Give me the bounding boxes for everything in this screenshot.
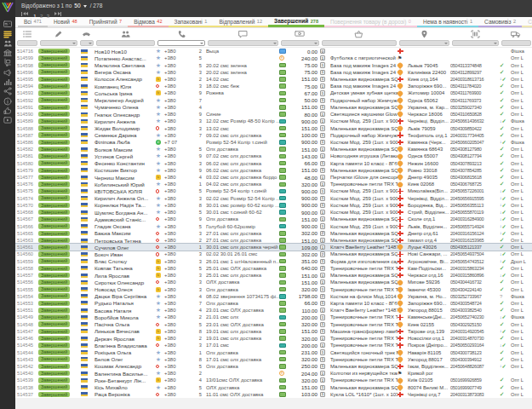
page-size-select[interactable]: 50 [74, 3, 80, 9]
column-header-truck-icon[interactable] [500, 30, 532, 38]
table-row[interactable]: 514551 Завершений Басова Наталя ★ +380 4… [15, 307, 532, 314]
sidebar-item-hand-truck-icon[interactable] [3, 58, 13, 66]
tab-3[interactable]: Відмова 42 [128, 17, 168, 27]
column-header-edit-icon[interactable] [38, 30, 78, 38]
sidebar-item-support-icon[interactable] [3, 107, 13, 115]
sidebar-item-megaphone-icon[interactable] [3, 68, 13, 77]
sidebar-item-integrations-icon[interactable] [3, 87, 13, 95]
table-row[interactable]: 514582 Завершений Волков Максим ★ +380 5… [15, 146, 532, 153]
table-row[interactable]: 514594 Завершений Компанец Юля +380 3 18… [15, 83, 532, 89]
table-row[interactable]: 514593 Завершений Сольська Ірина lc +380… [15, 89, 532, 96]
table-row[interactable]: 514599 Завершений Потапенко Анастас... ★… [15, 55, 532, 61]
chevron-down-icon[interactable] [273, 43, 277, 44]
sidebar-item-orders-list-icon[interactable] [3, 30, 13, 38]
table-row[interactable]: 514546 Завершений Деркач Ярослав lc +380… [15, 335, 532, 342]
table-row[interactable]: 514561 Завершений Сучилов Олег +380 1 30… [15, 244, 532, 251]
tab-4[interactable]: Запаковані 1 [169, 17, 214, 27]
column-filter-input[interactable] [96, 40, 155, 46]
tab-10[interactable]: Сервіси 0 [522, 17, 532, 27]
last-page-button[interactable] [54, 12, 61, 16]
first-page-button[interactable] [21, 12, 28, 16]
tab-9[interactable]: Самовивіз 2 [478, 17, 522, 27]
table-row[interactable]: 514591 Завершений Чумаченко Олена ★ +380… [15, 104, 532, 111]
table-row[interactable]: 514539 Завершений Роке-Бетанкурт Лін... … [15, 377, 532, 383]
table-row[interactable]: 514580 Завершений Фесенко Константин ★ +… [15, 160, 532, 167]
table-row[interactable]: 514549 Завершений Воробйов Микола ★ +380… [15, 314, 532, 320]
table-row[interactable]: 514587 Завершений Семенюк Дарина ★ +380 … [15, 132, 532, 139]
chevron-down-icon[interactable] [89, 43, 92, 44]
table-row[interactable]: 514588 Завершений Жидак Володимир +380 3… [15, 124, 532, 131]
column-filter-input[interactable] [452, 40, 499, 46]
column-header-list-icon[interactable] [15, 30, 38, 38]
table-row[interactable]: 514596 Завершений Вегера Оксана ★ +380 3… [15, 69, 532, 76]
table-row[interactable]: 514557 Завершений Лила Ярослав lc +380 3… [15, 272, 532, 279]
table-row[interactable]: 514567 Завершений Адамовский Станіс... +… [15, 216, 532, 222]
column-filter-input[interactable] [281, 40, 319, 46]
table-row[interactable]: 514570 Завершений Корнелюк Надія Та... ★… [15, 202, 532, 209]
column-filter-input[interactable] [322, 40, 397, 46]
column-header-phone-icon[interactable] [156, 30, 206, 38]
column-header-handset-icon[interactable] [78, 31, 94, 37]
table-row[interactable]: 514537 Завершений Раца Вероніка +380 5 1… [15, 391, 532, 398]
tab-2[interactable]: Прийнятий 7 [83, 17, 129, 27]
table-row[interactable]: 514538 Завершений Кісь Михайло ★ +380 5 … [15, 384, 532, 391]
table-row[interactable]: 514566 Завершений Гладик Оксана ★ +380 5… [15, 222, 532, 229]
sidebar-item-id-card-icon[interactable] [3, 20, 13, 28]
table-row[interactable]: 514576 Завершений Кобилинський Юрий ★ +3… [15, 181, 532, 187]
column-filter-input[interactable] [501, 40, 531, 46]
column-header-speech-bubble-icon[interactable] [206, 30, 279, 38]
chevron-down-icon[interactable] [83, 5, 87, 8]
table-row[interactable]: 514565 Завершений Баюка Максим +380 3 27… [15, 230, 532, 237]
column-filter-input[interactable] [17, 40, 37, 46]
table-row[interactable]: 514568 Завершений Шумляс Богдана Ан... ★… [15, 209, 532, 216]
table-row[interactable]: 514540 Завершений Валентина Василье... ★… [15, 370, 532, 377]
column-filter-input[interactable] [157, 40, 205, 46]
table-row[interactable]: 514558 Завершений Ковпак Татьяна lc +380… [15, 265, 532, 272]
table-row[interactable]: 514542 Завершений Кошмак Александр +380 … [15, 363, 532, 370]
tab-1[interactable]: Новий 48 [48, 17, 83, 27]
column-filter-input[interactable] [40, 40, 77, 46]
column-header-people-icon[interactable] [94, 30, 156, 38]
table-row[interactable]: 514555 Завершений Новосад Олеся lc +380 … [15, 285, 532, 292]
column-header-banknote-icon[interactable] [279, 29, 320, 38]
sidebar-item-bank-icon[interactable] [3, 49, 13, 57]
tab-7[interactable]: Повернення товару (в дорозі) 0 [324, 17, 417, 27]
table-row[interactable]: 514545 Завершений Благінна Владислава +3… [15, 342, 532, 349]
sidebar-item-video-tutorials-icon[interactable] [3, 116, 13, 124]
table-row[interactable]: 514544 Завершений Рокіцька Ольга ★ +380 … [15, 349, 532, 355]
column-header-location-pin-icon[interactable] [398, 30, 450, 38]
table-row[interactable]: 514554 Завершений Дацюк Віра Сергіївна ★… [15, 293, 532, 300]
column-header-basket-icon[interactable] [320, 30, 398, 38]
table-row[interactable]: 514581 Завершений Устинов Сергей ★ +380 … [15, 153, 532, 159]
tab-8[interactable]: Нема в наявності 1 [417, 17, 478, 27]
table-row[interactable]: 514556 Завершений Сиротюк Олександр +380… [15, 279, 532, 285]
column-filter-input[interactable] [208, 40, 278, 46]
sidebar-item-clients-icon[interactable] [3, 39, 13, 48]
table-row[interactable]: 514577 Завершений Черниш Максим lc +380 … [15, 174, 532, 181]
chevron-down-icon[interactable] [200, 43, 203, 44]
column-header-scan-icon[interactable] [450, 30, 500, 38]
table-row[interactable]: 514716 Завершений Нов10 Нов10 ★ +380 2 В… [15, 48, 532, 55]
sidebar-item-statistics-icon[interactable] [3, 78, 13, 86]
table-row[interactable]: 514592 Завершений Мерклингер Андрей ★ +3… [15, 97, 532, 104]
table-row[interactable]: 514548 Завершений Пасічна Ольга +380 5 2… [15, 321, 532, 328]
table-row[interactable]: 514579 Завершений Костишин Виктор ★ +380… [15, 167, 532, 174]
table-row[interactable]: 514543 Завершений Белов Олег ★ +380 8 17… [15, 356, 532, 363]
tab-0[interactable]: Всі 471 [18, 17, 48, 27]
table-row[interactable]: 514563 Завершений Петровська Тетяна +380… [15, 237, 532, 244]
table-row[interactable]: 514598 Завершений Малютина Светлана ★ +3… [15, 61, 532, 68]
table-row[interactable]: 514595 Завершений Колосок Александр lc +… [15, 76, 532, 83]
tab-5[interactable]: Відправлений 12 [213, 17, 268, 27]
table-row[interactable]: 514547 Завершений Линьков Вячеслав lc +3… [15, 328, 532, 335]
column-filter-input[interactable] [399, 40, 449, 46]
table-row[interactable]: 514560 Завершений Бокоч Иван +380 3 02.0… [15, 251, 532, 257]
table-row[interactable]: 514590 Завершений Гнатюк Олександр ★ +38… [15, 111, 532, 118]
sidebar-item-info-icon[interactable] [3, 97, 13, 106]
chevron-down-icon[interactable] [314, 43, 317, 44]
table-row[interactable]: 514574 Завершений Кирилич Анжела Ол... ★… [15, 195, 532, 202]
table-row[interactable]: 514589 Завершений Кирилич Анжела ★ +380 … [15, 118, 532, 124]
column-filter-input[interactable] [80, 40, 94, 46]
table-row[interactable]: 514553 Завершений Рудько Наталья ★ +380 … [15, 300, 532, 307]
table-row[interactable]: 514559 Завершений Влас Слотюу lc +380 3 … [15, 258, 532, 265]
table-row[interactable]: 514575 Завершений КВІТОВСЬКА ЮЛІЯ +380 5… [15, 187, 532, 194]
